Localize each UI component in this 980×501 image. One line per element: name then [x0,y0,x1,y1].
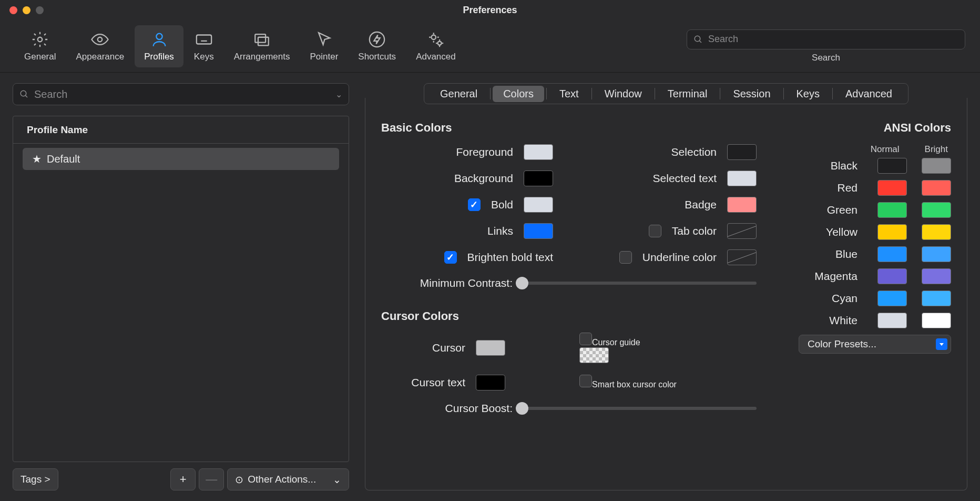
links-swatch[interactable] [524,223,553,239]
toolbar-profiles[interactable]: Profiles [135,25,183,67]
cursor-swatch[interactable] [476,340,505,356]
profiles-search-field[interactable]: ⌄ [13,83,349,105]
svg-point-6 [370,32,384,46]
chevron-down-icon: ⌄ [333,474,341,486]
selection-swatch[interactable] [727,144,757,160]
toolbar-label: Advanced [416,52,456,62]
toolbar-label: Arrangements [234,52,290,62]
toolbar-general[interactable]: General [15,25,65,67]
ansi-row: White [772,313,951,328]
ansi-bright-swatch[interactable] [922,202,951,218]
eye-icon [91,31,109,48]
cursor-colors-heading: Cursor Colors [381,309,757,323]
cursor-boost-slider[interactable] [522,407,757,410]
zoom-window-button[interactable] [36,6,44,14]
svg-point-1 [98,37,103,42]
preferences-toolbar: General Appearance Profiles Keys Arrange… [0,20,980,73]
ansi-normal-swatch[interactable] [877,202,907,218]
toolbar-shortcuts[interactable]: Shortcuts [349,25,405,67]
toolbar-arrangements[interactable]: Arrangements [224,25,300,67]
ansi-row: Green [772,202,951,218]
selected-text-swatch[interactable] [727,171,757,186]
gears-icon [427,31,445,48]
ansi-colors-heading: ANSI Colors [772,121,951,135]
minimize-window-button[interactable] [23,6,30,14]
profile-row[interactable]: ★ Default [23,148,339,170]
smart-box-label: Smart box cursor color [592,380,677,389]
cursor-text-label: Cursor text [381,376,465,389]
cursor-text-swatch[interactable] [476,375,505,390]
ansi-normal-swatch[interactable] [877,246,907,262]
keyboard-icon [195,31,213,48]
background-swatch[interactable] [524,171,553,186]
tab-color-swatch[interactable] [727,223,757,239]
ansi-normal-swatch[interactable] [877,313,907,328]
ansi-label: Yellow [772,226,863,238]
ansi-normal-swatch[interactable] [877,158,907,174]
ansi-normal-swatch[interactable] [877,268,907,284]
ansi-label: White [772,314,863,327]
toolbar-search-input[interactable] [708,34,958,45]
toolbar-advanced[interactable]: Advanced [406,25,465,67]
underline-color-checkbox[interactable] [619,251,632,264]
ansi-row: Yellow [772,224,951,240]
cursor-label: Cursor [381,342,465,354]
brighten-bold-checkbox[interactable] [444,251,457,264]
background-label: Background [454,172,513,185]
cursor-guide-swatch[interactable] [579,347,609,363]
toolbar-search-label: Search [812,53,840,63]
ansi-normal-swatch[interactable] [877,224,907,240]
svg-point-0 [38,37,43,42]
svg-rect-4 [255,34,266,43]
brighten-bold-label: Brighten bold text [467,251,553,264]
foreground-swatch[interactable] [524,144,553,160]
tab-color-checkbox[interactable] [649,225,661,237]
chevron-down-icon[interactable]: ⌄ [335,89,342,99]
remove-profile-button[interactable]: — [199,468,224,490]
ansi-row: Magenta [772,268,951,284]
color-presets-button[interactable]: Color Presets... [799,335,951,354]
toolbar-pointer[interactable]: Pointer [300,25,348,67]
window-title: Preferences [463,5,517,16]
bold-label: Bold [491,198,513,211]
tags-button[interactable]: Tags > [13,468,58,490]
ansi-bright-swatch[interactable] [922,224,951,240]
other-actions-button[interactable]: ⊙Other Actions... ⌄ [227,468,349,490]
profiles-search-input[interactable] [34,88,330,101]
ansi-bright-swatch[interactable] [922,180,951,196]
toolbar-search-field[interactable] [687,29,965,49]
titlebar: Preferences [0,0,980,20]
cursor-guide-checkbox[interactable] [579,333,592,345]
ansi-bright-swatch[interactable] [922,246,951,262]
bold-swatch[interactable] [524,197,553,213]
ansi-head-bright: Bright [925,144,948,155]
min-contrast-slider[interactable] [522,282,757,285]
ellipsis-icon: ⊙ [235,474,243,486]
smart-box-checkbox[interactable] [579,375,592,387]
links-label: Links [487,225,513,237]
ansi-normal-swatch[interactable] [877,290,907,306]
person-icon [150,31,168,48]
underline-color-label: Underline color [642,251,717,264]
toolbar-appearance[interactable]: Appearance [66,25,134,67]
toolbar-label: Shortcuts [358,52,396,62]
badge-label: Badge [685,198,717,211]
gear-icon [31,31,49,48]
add-profile-button[interactable]: + [170,468,196,490]
toolbar-keys[interactable]: Keys [185,25,223,67]
ansi-normal-swatch[interactable] [877,180,907,196]
ansi-bright-swatch[interactable] [922,158,951,174]
close-window-button[interactable] [9,6,17,14]
ansi-bright-swatch[interactable] [922,268,951,284]
tab-color-label: Tab color [672,225,717,237]
chevron-down-icon [936,338,947,350]
toolbar-label: Pointer [310,52,338,62]
badge-swatch[interactable] [727,197,757,213]
profile-name: Default [47,153,80,165]
ansi-bright-swatch[interactable] [922,290,951,306]
ansi-row: Black [772,158,951,174]
bold-checkbox[interactable] [468,198,481,211]
ansi-bright-swatch[interactable] [922,313,951,328]
colors-panel: Basic Colors Foreground Selection Backgr… [365,98,967,490]
underline-color-swatch[interactable] [727,249,757,265]
